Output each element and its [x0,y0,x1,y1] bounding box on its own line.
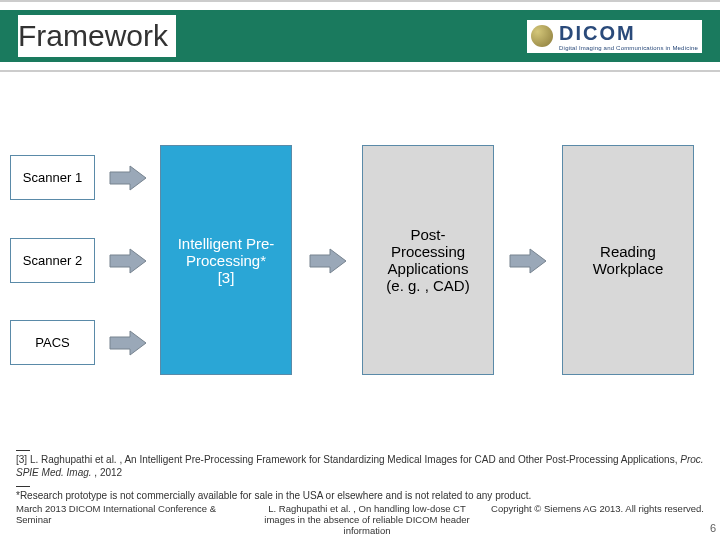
header-bar: Framework DICOM Digital Imaging and Comm… [0,0,720,72]
label-scanner-2: Scanner 2 [23,253,82,268]
dicom-logo: DICOM Digital Imaging and Communications… [527,20,702,53]
box-scanner-2: Scanner 2 [10,238,95,283]
box-reading-workplace: Reading Workplace [562,145,694,375]
footnote-ref3: [3] L. Raghupathi et al. , An Intelligen… [16,453,704,480]
logo-text-sub: Digital Imaging and Communications in Me… [559,45,698,51]
globe-icon [531,25,553,47]
page-title: Framework [18,15,176,57]
arrow-icon [508,247,548,275]
arrow-icon [308,247,348,275]
footnotes: [3] L. Raghupathi et al. , An Intelligen… [16,444,704,503]
box-preprocessing: Intelligent Pre- Processing* [3] [160,145,292,375]
footer: March 2013 DICOM International Conferenc… [0,503,720,536]
postproc-text: (e. g. , CAD) [386,277,469,294]
label-pacs: PACS [35,335,69,350]
preproc-text: Processing* [178,252,275,269]
page-number: 6 [710,522,716,534]
footer-left: March 2013 DICOM International Conferenc… [16,503,243,536]
footer-right: Copyright © Siemens AG 2013. All rights … [491,503,704,536]
arrow-icon [108,329,148,357]
reading-text: Reading [593,243,664,260]
footer-mid: L. Raghupathi et al. , On handling low-d… [254,503,481,536]
arrow-icon [108,247,148,275]
divider [16,486,30,487]
postproc-text: Applications [386,260,469,277]
box-postprocessing: Post- Processing Applications (e. g. , C… [362,145,494,375]
preproc-text: Intelligent Pre- [178,235,275,252]
label-scanner-1: Scanner 1 [23,170,82,185]
logo-text-main: DICOM [559,22,698,45]
box-scanner-1: Scanner 1 [10,155,95,200]
footnote-asterisk: *Research prototype is not commercially … [16,489,704,503]
postproc-text: Processing [386,243,469,260]
divider [16,450,30,451]
framework-diagram: Scanner 1 Scanner 2 PACS Intelligent Pre… [10,130,710,390]
reading-text: Workplace [593,260,664,277]
arrow-icon [108,164,148,192]
postproc-text: Post- [386,226,469,243]
preproc-text: [3] [178,269,275,286]
box-pacs: PACS [10,320,95,365]
